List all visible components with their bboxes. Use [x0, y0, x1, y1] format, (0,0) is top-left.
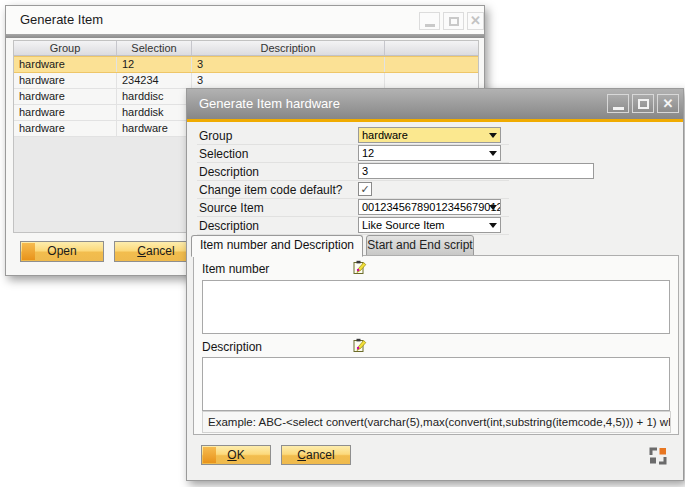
maximize-icon[interactable]	[632, 94, 654, 113]
column-header-selection[interactable]: Selection	[117, 41, 192, 55]
minimize-icon[interactable]	[419, 12, 440, 30]
cell-selection[interactable]: harddisc	[117, 89, 192, 104]
cell-selection[interactable]: 12	[117, 57, 192, 72]
selection-combo[interactable]: 12	[358, 145, 501, 161]
column-header-group[interactable]: Group	[14, 41, 117, 55]
cell-group[interactable]: hardware	[14, 57, 117, 72]
description2-label: Description	[199, 219, 259, 233]
table-row[interactable]: hardware 12 3	[14, 56, 478, 73]
accent-line	[187, 119, 683, 122]
chevron-down-icon	[489, 223, 497, 228]
cell-description[interactable]: 3	[192, 73, 385, 88]
cell-group[interactable]: hardware	[14, 105, 117, 120]
expand-form-icon[interactable]	[649, 447, 667, 465]
change-item-code-label: Change item code default?	[199, 183, 342, 197]
edit-script-icon[interactable]	[351, 337, 368, 354]
item-number-textarea[interactable]	[202, 280, 670, 334]
panel-description-label: Description	[202, 340, 262, 354]
example-hint-text: Example: ABC-<select convert(varchar(5),…	[202, 411, 671, 433]
column-header-empty	[385, 41, 478, 55]
description-input[interactable]: 3	[358, 163, 594, 179]
cell-selection[interactable]: hardware	[117, 121, 192, 136]
change-item-code-checkbox[interactable]: ✓	[358, 182, 372, 196]
cell-group[interactable]: hardware	[14, 73, 117, 88]
generate-item-detail-window: Generate Item hardware ✕ Group hardware …	[186, 88, 684, 481]
cancel-button[interactable]: Cancel	[281, 445, 351, 465]
table-row[interactable]: hardware 234234 3	[14, 73, 478, 89]
close-icon[interactable]: ✕	[467, 12, 484, 30]
list-window-titlebar[interactable]: Generate Item	[6, 6, 484, 34]
description-label: Description	[199, 165, 259, 179]
source-item-label: Source Item	[199, 201, 264, 215]
ok-button[interactable]: OK	[201, 445, 271, 465]
chevron-down-icon	[489, 133, 497, 138]
tab-panel: Item number Description Example: ABC-<se…	[193, 255, 679, 435]
cell-selection[interactable]: harddisk	[117, 105, 192, 120]
group-label: Group	[199, 129, 232, 143]
chevron-down-icon	[489, 205, 497, 210]
tab-item-number-and-description[interactable]: Item number and Description	[191, 235, 363, 257]
cell-group[interactable]: hardware	[14, 89, 117, 104]
cell-group[interactable]: hardware	[14, 121, 117, 136]
column-header-description[interactable]: Description	[192, 41, 385, 55]
tab-start-and-end-script[interactable]: Start and End script	[366, 235, 474, 256]
edit-script-icon[interactable]	[351, 259, 368, 276]
panel-description-textarea[interactable]	[202, 357, 670, 411]
detail-window-title: Generate Item hardware	[199, 96, 340, 111]
close-icon[interactable]: ✕	[657, 94, 679, 113]
minimize-icon[interactable]	[607, 94, 629, 113]
maximize-icon[interactable]	[443, 12, 464, 30]
open-button[interactable]: Open	[20, 241, 104, 262]
list-window-title: Generate Item	[20, 12, 103, 27]
description2-combo[interactable]: Like Source Item	[358, 217, 501, 233]
cell-description[interactable]: 3	[192, 57, 385, 72]
group-combo[interactable]: hardware	[358, 127, 501, 143]
table-header-row: Group Selection Description	[14, 41, 478, 56]
source-item-combo[interactable]: 00123456789012345679012345	[358, 199, 501, 215]
titlebar-separator	[6, 34, 484, 38]
item-number-label: Item number	[202, 262, 269, 276]
chevron-down-icon	[489, 151, 497, 156]
desktop: Generate Item ✕ Group Selection Descript…	[0, 0, 685, 487]
selection-label: Selection	[199, 147, 248, 161]
cell-selection[interactable]: 234234	[117, 73, 192, 88]
